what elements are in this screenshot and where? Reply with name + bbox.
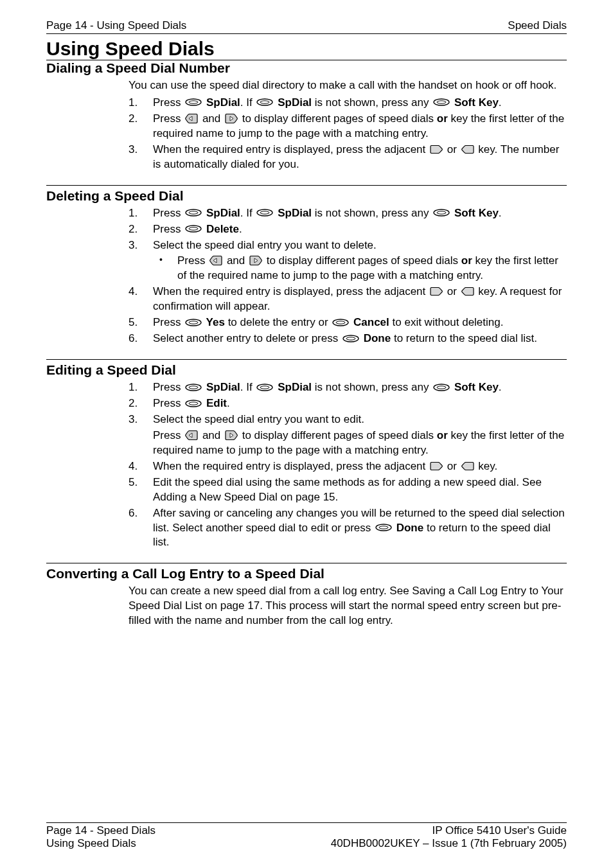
svg-point-0	[186, 99, 201, 105]
section-body-editing: Press SpDial. If SpDial is not shown, pr…	[129, 380, 567, 550]
steps-deleting: Press SpDial. If SpDial is not shown, pr…	[129, 206, 567, 346]
list-item: Press SpDial. If SpDial is not shown, pr…	[129, 96, 567, 111]
section-body-converting: You can create a new speed dial from a c…	[129, 584, 567, 628]
section-title-editing: Editing a Speed Dial	[46, 362, 567, 378]
page-footer: Page 14 - Speed Dials Using Speed Dials …	[46, 822, 567, 850]
svg-point-11	[437, 211, 446, 214]
divider	[46, 185, 567, 186]
page-title: Using Speed Dials	[46, 38, 567, 60]
sub-paragraph: Press and to display different pages of …	[153, 429, 567, 458]
right-key-icon	[430, 145, 443, 154]
svg-point-24	[434, 384, 449, 391]
list-item: When the required entry is displayed, pr…	[129, 143, 567, 172]
lozenge-icon	[256, 384, 273, 391]
section-title-deleting: Deleting a Speed Dial	[46, 188, 567, 204]
lozenge-icon	[185, 400, 202, 407]
svg-point-5	[437, 101, 446, 103]
svg-point-16	[333, 319, 348, 326]
divider	[46, 359, 567, 360]
svg-point-2	[257, 99, 272, 105]
svg-point-17	[336, 321, 345, 324]
svg-point-28	[376, 524, 391, 531]
left-key-icon	[461, 145, 474, 154]
footer-left: Page 14 - Speed Dials Using Speed Dials	[46, 824, 155, 850]
svg-point-21	[189, 385, 198, 388]
left-arrow-key-icon	[209, 256, 222, 265]
svg-point-7	[189, 211, 198, 214]
svg-point-25	[437, 385, 446, 388]
lozenge-icon	[256, 209, 273, 217]
lozenge-icon	[185, 225, 202, 233]
list-item: Press and to display different pages of …	[129, 112, 567, 141]
list-item: After saving or canceling any changes yo…	[129, 506, 567, 551]
lozenge-icon	[256, 98, 273, 106]
lozenge-icon	[433, 384, 450, 391]
svg-point-6	[186, 209, 201, 216]
right-key-icon	[430, 462, 443, 470]
svg-point-23	[260, 385, 269, 388]
lozenge-icon	[433, 209, 450, 217]
right-arrow-key-icon	[225, 430, 238, 440]
svg-point-29	[379, 526, 388, 529]
footer-right: IP Office 5410 User's Guide 40DHB0002UKE…	[331, 824, 567, 850]
right-arrow-key-icon	[225, 114, 238, 123]
list-item: Press SpDial. If SpDial is not shown, pr…	[129, 206, 567, 221]
svg-point-20	[186, 384, 201, 391]
svg-point-8	[257, 209, 272, 216]
list-item: Press SpDial. If SpDial is not shown, pr…	[129, 380, 567, 395]
section-body-dialing: You can use the speed dial directory to …	[129, 78, 567, 172]
lozenge-icon	[342, 335, 359, 342]
svg-point-13	[189, 227, 198, 230]
right-key-icon	[430, 287, 443, 296]
svg-point-12	[186, 226, 201, 232]
list-item: Press and to display different pages of …	[153, 254, 567, 283]
list-item: Press Edit.	[129, 396, 567, 411]
left-arrow-key-icon	[185, 114, 198, 123]
svg-point-22	[257, 384, 272, 391]
list-item: Press Delete.	[129, 222, 567, 237]
list-item: Edit the speed dial using the same metho…	[129, 475, 567, 505]
section-title-dialing: Dialing a Speed Dial Number	[46, 60, 567, 76]
section-body-deleting: Press SpDial. If SpDial is not shown, pr…	[129, 206, 567, 346]
svg-point-1	[189, 101, 198, 103]
list-item: Select the speed dial entry you want to …	[129, 238, 567, 284]
list-item: Select another entry to delete or press …	[129, 332, 567, 346]
divider	[46, 563, 567, 563]
header-right: Speed Dials	[508, 19, 567, 32]
intro-text: You can create a new speed dial from a c…	[129, 584, 567, 628]
section-title-converting: Converting a Call Log Entry to a Speed D…	[46, 566, 567, 581]
steps-editing: Press SpDial. If SpDial is not shown, pr…	[129, 380, 567, 550]
right-arrow-key-icon	[249, 256, 262, 265]
list-item: Select the speed dial entry you want to …	[129, 412, 567, 458]
lozenge-icon	[185, 209, 202, 217]
svg-point-27	[189, 402, 198, 404]
svg-point-4	[434, 99, 449, 105]
svg-point-10	[434, 209, 449, 216]
lozenge-icon	[433, 98, 450, 106]
lozenge-icon	[332, 319, 349, 326]
header-left: Page 14 - Using Speed Dials	[46, 19, 186, 32]
svg-point-15	[189, 321, 198, 324]
list-item: When the required entry is displayed, pr…	[129, 459, 567, 474]
intro-text: You can use the speed dial directory to …	[129, 78, 567, 93]
steps-dialing: Press SpDial. If SpDial is not shown, pr…	[129, 96, 567, 172]
left-arrow-key-icon	[185, 430, 198, 440]
sub-bullets: Press and to display different pages of …	[153, 254, 567, 283]
page-header: Page 14 - Using Speed Dials Speed Dials	[46, 19, 567, 34]
divider	[46, 822, 567, 823]
left-key-icon	[461, 287, 474, 296]
svg-point-19	[346, 337, 355, 339]
svg-point-3	[260, 101, 269, 103]
svg-point-26	[186, 400, 201, 407]
svg-point-18	[343, 335, 359, 342]
svg-point-9	[260, 211, 269, 214]
lozenge-icon	[185, 384, 202, 391]
left-key-icon	[461, 462, 474, 470]
svg-point-14	[186, 319, 201, 326]
lozenge-icon	[185, 98, 202, 106]
list-item: Press Yes to delete the entry or Cancel …	[129, 315, 567, 330]
lozenge-icon	[185, 319, 202, 326]
lozenge-icon	[375, 524, 392, 531]
list-item: When the required entry is displayed, pr…	[129, 285, 567, 314]
